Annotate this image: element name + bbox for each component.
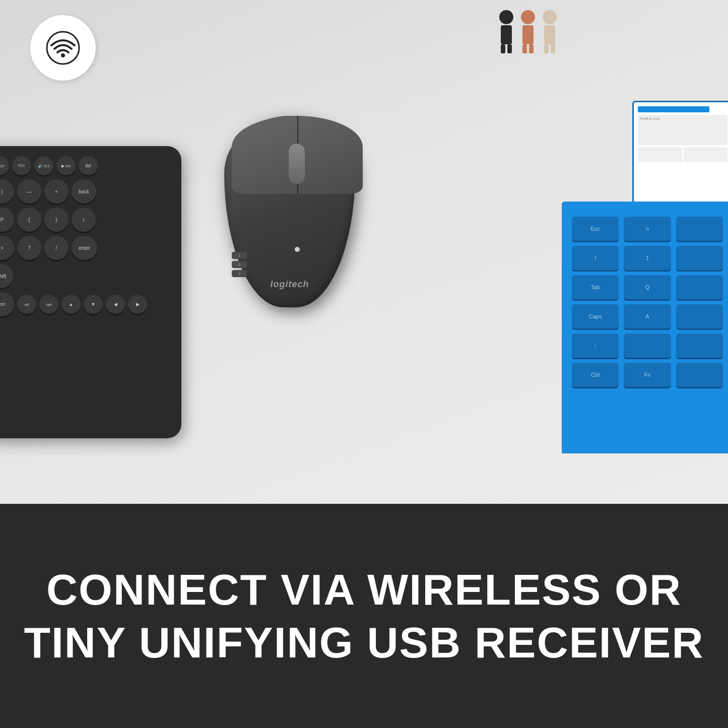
key-row-6: ctrl alt opt ▲ ▼ ◀ ▶ <box>0 292 171 316</box>
wifi-icon <box>45 30 81 65</box>
laptop-keyboard-body: Esc n ! 1 Tab Q Caps A ↑ Ctrl Fn <box>562 202 728 453</box>
key-P: P <box>0 208 14 232</box>
figurine-dark-head <box>499 10 513 24</box>
key-row-5: shift <box>0 264 171 288</box>
key-paren: ) <box>0 179 14 204</box>
key-row-3: P { } \ <box>0 208 171 232</box>
laptop-key-blank6 <box>676 334 723 358</box>
key-f10: ▶ f10 <box>0 156 9 175</box>
banner-line1: CONNECT VIA WIRELESS OR <box>46 566 682 614</box>
laptop-key-blank7 <box>676 363 723 387</box>
key-up: ▲ <box>61 295 81 314</box>
key-backslash: \ <box>72 208 96 232</box>
mouse: 1 2 3 logitech <box>217 116 363 333</box>
key-alt: alt <box>17 295 36 314</box>
key-minus: — <box>17 179 41 204</box>
laptop-key-1: 1 <box>624 246 671 270</box>
figurine-white-head <box>543 10 557 24</box>
laptop-key-esc: Esc <box>572 217 619 241</box>
key-f11: 𝄽 f11 <box>12 156 31 175</box>
key-back: back <box>72 179 96 204</box>
laptop-keys-grid: Esc n ! 1 Tab Q Caps A ↑ Ctrl Fn <box>562 202 728 402</box>
laptop-key-A: A <box>624 304 671 328</box>
keyboard-keys: ▶ f10 𝄽 f11 🔊 f12 ▶ ins del ) — + back P… <box>0 156 171 428</box>
key-row-4: > ? / enter <box>0 236 171 260</box>
mouse-side-btn-1: 1 <box>232 252 247 259</box>
laptop-key-Q: Q <box>624 275 671 299</box>
page-container: ▶ f10 𝄽 f11 🔊 f12 ▶ ins del ) — + back P… <box>0 0 728 728</box>
key-brace-open: { <box>17 208 41 232</box>
key-f12: 🔊 f12 <box>34 156 53 175</box>
svg-point-1 <box>61 53 65 57</box>
key-plus: + <box>44 179 69 204</box>
laptop-key-shift: ↑ <box>572 334 619 358</box>
laptop-key-tab: Tab <box>572 275 619 299</box>
figurine-pink-leg-r <box>529 44 534 53</box>
key-right: ▶ <box>128 295 147 314</box>
figurine-pink-body <box>522 25 534 44</box>
mouse-side-btn-2: 2 <box>232 261 247 268</box>
laptop: Profit & Loss Esc n ! 1 Tab Q <box>562 101 728 453</box>
figurine-dark-leg-r <box>507 44 512 53</box>
laptop-key-excl: ! <box>572 246 619 270</box>
figurine-white-body <box>544 25 555 44</box>
key-enter: enter <box>72 236 97 260</box>
key-left: ◀ <box>106 295 125 314</box>
laptop-key-blank3 <box>676 275 723 299</box>
laptop-screen-content: Profit & Loss <box>634 102 728 166</box>
laptop-key-blank4 <box>676 304 723 328</box>
laptop-key-fn: Fn <box>624 363 671 387</box>
keyboard: ▶ f10 𝄽 f11 🔊 f12 ▶ ins del ) — + back P… <box>0 146 181 438</box>
key-question: ? <box>17 236 41 260</box>
key-opt: opt <box>39 295 58 314</box>
figurine-pink-leg-l <box>522 44 527 53</box>
banner-line2: TINY UNIFYING USB RECEIVER <box>24 619 704 667</box>
key-down: ▼ <box>84 295 103 314</box>
laptop-key-ctrl: Ctrl <box>572 363 619 387</box>
product-photo: ▶ f10 𝄽 f11 🔊 f12 ▶ ins del ) — + back P… <box>0 0 728 504</box>
laptop-key-n: n <box>624 217 671 241</box>
key-angle: > <box>0 236 14 260</box>
key-ctrl: ctrl <box>0 292 14 316</box>
key-row-fn: ▶ f10 𝄽 f11 🔊 f12 ▶ ins del <box>0 156 171 175</box>
key-slash: / <box>44 236 69 260</box>
laptop-key-caps: Caps <box>572 304 619 328</box>
banner: CONNECT VIA WIRELESS OR TINY UNIFYING US… <box>0 504 728 728</box>
mouse-side-buttons: 1 2 3 <box>232 252 247 277</box>
svg-point-0 <box>47 32 79 64</box>
figurine-dark-leg-l <box>501 44 505 53</box>
key-del: del <box>79 156 98 175</box>
laptop-key-blank5 <box>624 334 671 358</box>
mouse-brand-logo: logitech <box>270 279 309 290</box>
wifi-card <box>30 15 96 81</box>
mouse-scroll-wheel <box>289 144 305 184</box>
laptop-key-blank2 <box>676 246 723 270</box>
laptop-key-blank1 <box>676 217 723 241</box>
key-shift: shift <box>0 264 13 288</box>
key-ins: ▶ ins <box>56 156 76 175</box>
figurine-white-legs <box>544 44 555 53</box>
figurine-dark-body <box>501 25 512 44</box>
key-brace-close: } <box>44 208 69 232</box>
mouse-body: 1 2 3 logitech <box>224 116 355 307</box>
figurine-white-leg-r <box>551 44 555 53</box>
key-row-2: ) — + back <box>0 179 171 204</box>
mouse-side-btn-3: 3 <box>232 270 247 277</box>
figurine-pink <box>521 10 535 53</box>
figurine-dark-legs <box>501 44 512 53</box>
mouse-sensor-led <box>295 247 300 252</box>
figurine-pink-head <box>521 10 535 24</box>
figurine-pink-legs <box>522 44 534 53</box>
figurines <box>499 10 557 53</box>
figurine-white-leg-l <box>544 44 549 53</box>
figurine-white <box>543 10 557 53</box>
figurine-dark <box>499 10 513 53</box>
